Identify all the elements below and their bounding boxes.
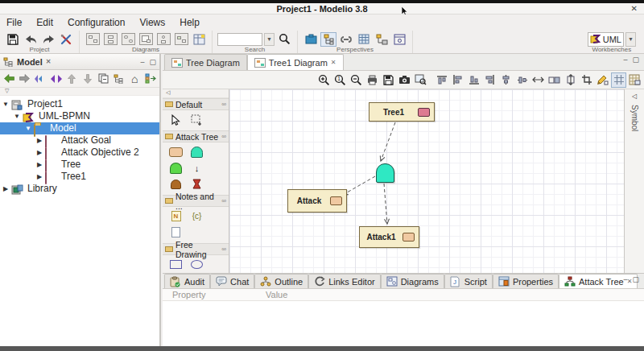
new-use-case-diagram-icon[interactable] (120, 32, 136, 47)
tab-tree1-diagram[interactable]: Tree1 Diagram ✕ (247, 54, 344, 70)
tab-properties[interactable]: Properties (493, 274, 559, 288)
center-horizontal-icon[interactable] (498, 72, 514, 88)
menu-views[interactable]: Views (139, 17, 165, 28)
expand-symbol-panel-icon[interactable]: ◁ (632, 93, 637, 100)
center-vertical-icon[interactable] (514, 72, 530, 88)
tree-item-attack-objective-2[interactable]: ▶ Attack Objective 2 (0, 147, 159, 159)
node-attack1[interactable]: Attack1 (359, 226, 419, 248)
and-gate-node[interactable] (376, 163, 394, 183)
marquee-tool-icon[interactable] (190, 114, 204, 126)
tools-icon[interactable] (58, 32, 74, 47)
configure-tree-icon[interactable] (144, 72, 158, 85)
tab-symbol[interactable]: Symbol (630, 105, 639, 131)
minimize-panel-icon[interactable]: ‒ (140, 58, 144, 66)
attack-node-tool-icon[interactable] (169, 146, 183, 158)
close-window-icon[interactable]: ✕ (631, 4, 638, 13)
new-matrix-icon[interactable] (191, 32, 207, 47)
search-input[interactable] (217, 33, 262, 46)
search-icon[interactable] (276, 32, 292, 47)
tree-item-uml-bpmn[interactable]: ▼ UML-BPMN (0, 110, 159, 122)
undo-icon[interactable] (23, 32, 39, 47)
collapsed-arrow-icon[interactable]: ▶ (34, 134, 45, 147)
workbench-dropdown-icon[interactable]: ▼ (625, 32, 636, 47)
tab-tree-diagram[interactable]: Tree Diagram (164, 54, 247, 70)
model-explorer-perspective-icon[interactable] (320, 32, 336, 47)
expanded-arrow-icon[interactable]: ▼ (11, 110, 23, 122)
screenshot-icon[interactable] (397, 72, 412, 88)
close-tab-icon[interactable]: ✕ (46, 58, 52, 65)
matrix-perspective-icon[interactable] (356, 32, 372, 47)
flat-view-icon[interactable] (113, 72, 126, 85)
expanded-arrow-icon[interactable]: ▼ (0, 98, 11, 110)
redo-icon[interactable] (40, 32, 56, 47)
tree-item-attack-goal[interactable]: ▶ Attack Goal (0, 134, 159, 147)
align-bottom-icon[interactable] (466, 72, 481, 88)
save-image-icon[interactable] (381, 72, 396, 88)
collapsed-arrow-icon[interactable]: ▶ (0, 183, 11, 195)
tab-model[interactable]: Model ✕ (3, 57, 51, 67)
document-tool-icon[interactable] (169, 226, 183, 238)
property-table-body[interactable] (163, 301, 644, 346)
tree-item-tree[interactable]: ▶ Tree (0, 159, 159, 171)
zoom-selection-icon[interactable] (413, 72, 428, 88)
view-menu-icon[interactable]: ▽ (0, 88, 159, 96)
search-options-dropdown-icon[interactable]: ▼ (264, 33, 275, 46)
palette-group-default[interactable]: Default ∞ (163, 98, 229, 110)
move-up-icon[interactable] (65, 72, 79, 85)
node-attack[interactable]: Attack (287, 189, 347, 213)
tree-item-library[interactable]: ▶ Library (0, 183, 159, 195)
workbench-select[interactable]: UML (588, 32, 624, 47)
new-state-diagram-icon[interactable] (173, 32, 189, 47)
tab-script[interactable]: J Script (444, 274, 493, 288)
close-tab-icon[interactable]: ✕ (331, 59, 336, 66)
tree-item-project1[interactable]: ▼ Project1 (0, 98, 159, 110)
ellipse-tool-icon[interactable] (190, 258, 204, 270)
tab-diagrams[interactable]: Diagrams (381, 274, 444, 288)
same-size-icon[interactable] (547, 72, 562, 88)
forward-icon[interactable] (19, 72, 32, 85)
or-gate-tool-icon[interactable] (169, 162, 183, 174)
maximize-editor-icon[interactable]: ▢ (632, 56, 639, 64)
minimize-bottom-panel-icon[interactable]: ‒ (623, 275, 627, 283)
auto-layout-icon[interactable] (595, 72, 610, 88)
threat-agent-tool-icon[interactable] (190, 178, 204, 190)
navigate-both-icon[interactable] (50, 72, 64, 85)
menu-help[interactable]: Help (180, 17, 200, 28)
crop-icon[interactable] (579, 72, 594, 88)
minimize-editor-icon[interactable]: ‒ (623, 56, 627, 64)
diagram-canvas[interactable]: Tree1 Attack Attack1 (229, 89, 624, 273)
align-left-icon[interactable] (450, 72, 465, 88)
print-icon[interactable] (365, 72, 380, 88)
new-class-diagram-icon[interactable] (85, 32, 101, 47)
palette-group-notes[interactable]: Notes and ... ∞ (163, 195, 229, 207)
collapsed-arrow-icon[interactable]: ▶ (34, 147, 45, 159)
menu-edit[interactable]: Edit (36, 17, 53, 28)
constraint-tool-icon[interactable]: {c} (190, 210, 204, 222)
tab-links-editor[interactable]: Links Editor (308, 274, 380, 288)
note-tool-icon[interactable]: N (169, 210, 183, 222)
links-perspective-icon[interactable] (338, 32, 354, 47)
rectangle-tool-icon[interactable] (169, 258, 183, 270)
align-top-icon[interactable] (434, 72, 449, 88)
maximize-bottom-panel-icon[interactable]: ▢ (632, 275, 639, 283)
tree-item-tree1[interactable]: ▶ Tree1 (0, 171, 159, 183)
menu-file[interactable]: File (6, 17, 22, 28)
expanded-arrow-icon[interactable]: ▼ (23, 122, 34, 134)
and-gate-tool-icon[interactable] (190, 146, 204, 158)
tab-chat[interactable]: Chat (210, 274, 254, 288)
collapsed-arrow-icon[interactable]: ▶ (34, 159, 45, 171)
new-package-diagram-icon[interactable] (102, 32, 118, 47)
move-down-icon[interactable] (81, 72, 95, 85)
link-tool-icon[interactable]: ↓ (190, 162, 204, 174)
tree-item-model[interactable]: ▼ Model (0, 122, 159, 134)
new-composite-diagram-icon[interactable] (138, 32, 154, 47)
tab-outline[interactable]: Outline (254, 274, 308, 288)
palette-group-attack-tree[interactable]: Attack Tree ∞ (163, 130, 229, 142)
align-right-icon[interactable] (482, 72, 497, 88)
zoom-actual-icon[interactable]: 1 (332, 72, 348, 88)
copy-view-icon[interactable] (97, 72, 110, 85)
palette-group-free-drawing[interactable]: Free Drawing ∞ (163, 243, 229, 255)
same-width-icon[interactable] (530, 72, 546, 88)
maximize-panel-icon[interactable]: ▢ (149, 58, 156, 66)
toggle-grid-icon[interactable] (611, 72, 626, 88)
